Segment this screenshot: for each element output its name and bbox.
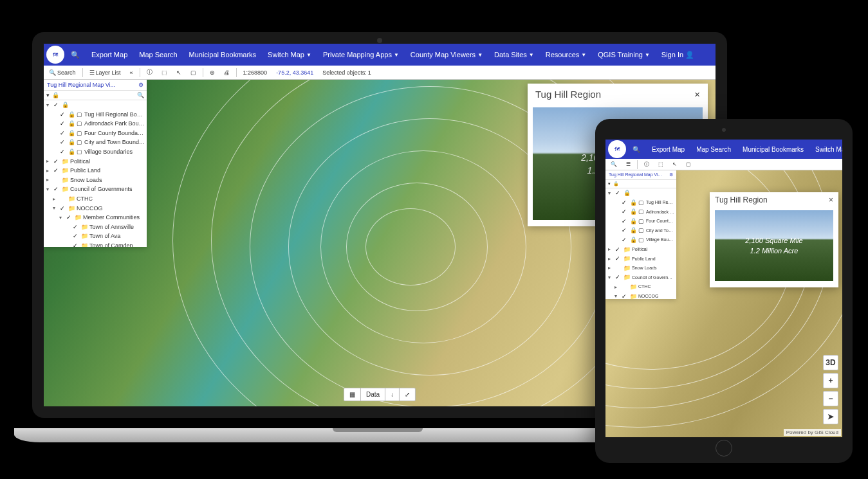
layer-row[interactable]: ✓🔒▢City and Town Boundaries [605,226,676,235]
layer-row[interactable]: ✓🔒▢Village Boundaries [605,235,676,245]
layer-row[interactable]: ▾✓📁NOCCOG [44,204,147,213]
locate-button[interactable]: ➤ [823,409,838,424]
search-icon[interactable]: 🔍 [627,140,645,159]
nav-qgis-training[interactable]: QGIS Training▼ [593,44,655,66]
visibility-check-icon[interactable]: ✓ [622,293,628,299]
data-label[interactable]: Data [361,388,385,401]
info-tool-icon[interactable]: ⓘ [144,68,155,77]
app-logo[interactable]: 🗺 [608,140,626,158]
expand-icon[interactable]: ⤢ [400,388,415,401]
layer-row[interactable]: ✓📁Town of Ava [44,231,147,241]
layer-row[interactable]: ▾✓📁NOCCOG [605,292,676,299]
expand-icon[interactable]: ▾ [608,190,613,197]
print-icon[interactable]: 🖨 [221,69,232,76]
layer-row[interactable]: ▸✓📁Political [605,245,676,255]
visibility-check-icon[interactable]: ✓ [53,167,60,175]
close-icon[interactable]: × [829,195,833,204]
layer-row[interactable]: ✓🔒▢Village Boundaries [44,147,147,157]
expand-all-icon[interactable]: ▾ [608,181,611,186]
scale-display[interactable]: 1:268800 [241,69,270,76]
view-3d-button[interactable]: 3D [823,355,838,370]
visibility-check-icon[interactable]: ✓ [622,226,628,235]
nav-sign-in[interactable]: Sign In 👤 [656,44,699,66]
visibility-check-icon[interactable]: ✓ [615,255,622,263]
expand-icon[interactable]: ▸ [46,176,51,183]
layer-row[interactable]: ▸📁CTHC [44,194,147,204]
select-tool-icon[interactable]: ⬚ [656,161,666,167]
sort-icon[interactable]: ↓ [385,388,400,401]
layer-row[interactable]: ✓🔒▢Adirondack Park Boundary [605,207,676,217]
toolbar-collapse[interactable]: « [127,69,136,76]
expand-icon[interactable]: ▾ [59,214,64,221]
layer-row[interactable]: ✓🔒▢City and Town Boundaries [44,138,147,147]
visibility-check-icon[interactable]: ✓ [622,217,628,226]
nav-private-apps[interactable]: Private Mapping Apps▼ [318,44,404,66]
pointer-tool-icon[interactable]: ↖ [670,161,679,167]
nav-map-search[interactable]: Map Search [691,140,736,159]
layer-row[interactable]: ✓🔒▢Tug Hill Regional Boundary [605,198,676,208]
layer-row[interactable]: ▸✓📁Public Land [44,166,147,176]
pointer-tool-icon[interactable]: ↖ [174,69,184,76]
toolbar-search-icon[interactable]: 🔍 [608,161,620,167]
search-in-layers-icon[interactable]: 🔍 [137,92,144,98]
visibility-check-icon[interactable]: ✓ [73,223,79,231]
select-tool-icon[interactable]: ⬚ [159,69,170,76]
toolbar-layerlist[interactable]: ☰Layer List [87,69,124,76]
expand-icon[interactable]: ▸ [53,195,58,203]
nav-bookmarks[interactable]: Municipal Bookmarks [184,44,262,66]
layer-row[interactable]: ▸✓📁Public Land [605,254,676,264]
visibility-check-icon[interactable]: ✓ [615,273,622,282]
info-tool-icon[interactable]: ⓘ [642,161,652,168]
expand-icon[interactable]: ▾ [608,274,613,281]
expand-icon[interactable]: ▾ [53,204,58,212]
close-icon[interactable]: × [694,89,700,100]
zoom-out-button[interactable]: − [823,391,838,406]
visibility-check-icon[interactable]: ✓ [622,199,628,207]
layer-row[interactable]: ▸✓📁Political [44,157,147,167]
zoom-extent-icon[interactable]: ⊕ [207,69,217,76]
layer-row[interactable]: ▾✓📁Council of Governments [605,273,676,282]
visibility-check-icon[interactable]: ✓ [73,232,79,240]
expand-icon[interactable]: ▾ [614,293,620,299]
search-icon[interactable]: 🔍 [66,44,85,66]
data-panel-control[interactable]: ▦ Data ↓ ⤢ [344,388,416,401]
layer-row[interactable]: ▾✓📁Member Communities [44,213,147,222]
visibility-check-icon[interactable]: ✓ [615,189,622,197]
layer-row[interactable]: ▸📁Snow Loads [44,176,147,185]
expand-icon[interactable]: ▸ [608,255,613,262]
app-logo[interactable]: 🗺 [46,46,64,64]
visibility-check-icon[interactable]: ✓ [622,236,628,244]
visibility-check-icon[interactable]: ✓ [53,158,60,166]
visibility-check-icon[interactable]: ✓ [66,213,73,222]
layer-row[interactable]: ✓📁Town of Annsville [44,222,147,232]
nav-bookmarks[interactable]: Municipal Bookmarks [737,140,809,159]
layer-row[interactable]: ✓🔒▢Four County Boundaries [605,217,676,226]
layer-row[interactable]: ▸📁CTHC [605,282,676,292]
nav-resources[interactable]: Resources▼ [540,44,592,66]
expand-icon[interactable]: ▸ [608,264,613,271]
lock-icon[interactable]: 🔒 [52,92,59,98]
nav-switch-map[interactable]: Switch Map▼ [263,44,317,66]
layer-row[interactable]: ▾✓🔒 [605,188,676,198]
expand-all-icon[interactable]: ▾ [46,92,50,98]
nav-county-viewers[interactable]: County Map Viewers▼ [405,44,488,66]
zoom-in-button[interactable]: + [823,373,838,388]
visibility-check-icon[interactable]: ✓ [73,242,79,247]
nav-export-map[interactable]: Export Map [86,44,133,66]
expand-icon[interactable]: ▸ [608,246,613,253]
visibility-check-icon[interactable]: ✓ [60,129,66,138]
layer-row[interactable]: ✓🔒▢Adirondack Park Boundary [44,119,147,129]
map-canvas[interactable]: Tug Hill Regional Map Vi...⚙ ▾ 🔒 ▾✓🔒✓🔒▢T… [605,170,842,437]
layer-row[interactable]: ▸📁Snow Loads [605,264,676,273]
layer-row[interactable]: ✓🔒▢Four County Boundaries [44,129,147,138]
expand-icon[interactable]: ▸ [46,167,51,174]
expand-icon[interactable]: ▸ [46,158,51,165]
visibility-check-icon[interactable]: ✓ [60,120,66,128]
expand-icon[interactable]: ▸ [614,284,620,291]
expand-icon[interactable]: ▾ [46,102,51,109]
layer-row[interactable]: ✓🔒▢Tug Hill Regional Boundary [44,110,147,120]
visibility-check-icon[interactable]: ✓ [60,138,66,147]
toolbar-search[interactable]: 🔍Search [46,69,78,76]
visibility-check-icon[interactable]: ✓ [60,204,66,213]
extent-tool-icon[interactable]: ▢ [188,69,199,76]
